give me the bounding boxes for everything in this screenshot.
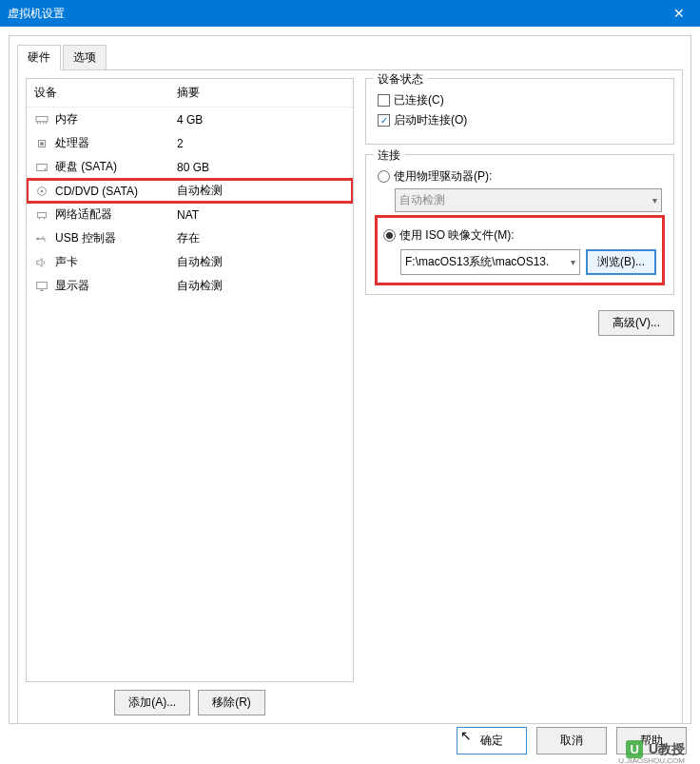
use-iso-label: 使用 ISO 映像文件(M): <box>399 227 515 244</box>
device-summary: 80 GB <box>177 161 345 174</box>
radio-icon <box>383 229 396 242</box>
radio-icon <box>378 170 390 183</box>
device-row[interactable]: 内存4 GB <box>27 108 353 131</box>
window-title: 虚拟机设置 <box>8 6 666 22</box>
device-summary: 自动检测 <box>177 183 345 199</box>
watermark-url: U.JIAOSHOU.COM <box>618 756 685 764</box>
cancel-button[interactable]: 取消 <box>536 727 607 754</box>
svg-rect-11 <box>38 212 47 217</box>
device-name: USB 控制器 <box>55 230 177 246</box>
cpu-icon <box>34 137 49 150</box>
device-buttons: 添加(A)... 移除(R) <box>26 690 354 715</box>
advanced-row: 高级(V)... <box>365 310 674 336</box>
add-button[interactable]: 添加(A)... <box>114 690 190 715</box>
header-device: 设备 <box>34 85 177 101</box>
device-row[interactable]: USB 控制器存在 <box>27 226 353 250</box>
connect-on-power-label: 启动时连接(O) <box>394 112 467 128</box>
connect-on-power-row[interactable]: ✓ 启动时连接(O) <box>378 112 662 128</box>
advanced-button[interactable]: 高级(V)... <box>598 310 674 336</box>
device-row[interactable]: 显示器自动检测 <box>27 274 353 298</box>
network-icon <box>34 208 49 222</box>
left-column: 设备 摘要 内存4 GB处理器2硬盘 (SATA)80 GBCD/DVD (SA… <box>26 78 354 715</box>
device-summary: 自动检测 <box>177 278 345 294</box>
device-list: 设备 摘要 内存4 GB处理器2硬盘 (SATA)80 GBCD/DVD (SA… <box>26 78 354 682</box>
device-status-group: 设备状态 已连接(C) ✓ 启动时连接(O) <box>365 78 674 145</box>
help-button[interactable]: 帮助 <box>616 727 687 754</box>
device-summary: 存在 <box>177 230 345 246</box>
svg-rect-18 <box>37 282 48 288</box>
svg-point-8 <box>45 167 47 169</box>
hdd-icon <box>34 161 49 174</box>
usb-icon <box>34 232 49 245</box>
device-name: 内存 <box>55 111 177 127</box>
device-summary: 自动检测 <box>177 254 345 270</box>
chevron-down-icon: ▾ <box>652 195 657 206</box>
connection-group-title: 连接 <box>374 147 404 164</box>
device-name: 声卡 <box>55 254 177 270</box>
device-row[interactable]: 处理器2 <box>27 131 353 155</box>
browse-button[interactable]: 浏览(B)... <box>586 249 656 275</box>
iso-path-combo[interactable]: F:\macOS13系统\macOS13. ▾ <box>400 249 580 275</box>
device-name: 硬盘 (SATA) <box>55 159 177 175</box>
device-list-header: 设备 摘要 <box>27 79 353 108</box>
device-name: 处理器 <box>55 135 177 151</box>
device-summary: 2 <box>177 137 345 150</box>
chevron-down-icon: ▾ <box>571 257 575 267</box>
device-name: 网络适配器 <box>55 206 177 223</box>
iso-radio[interactable]: 使用 ISO 映像文件(M): <box>383 227 656 244</box>
device-row[interactable]: 硬盘 (SATA)80 GB <box>27 155 353 179</box>
dialog-body: 硬件 选项 设备 摘要 内存4 GB处理器2硬盘 (SATA)80 GBCD/D… <box>9 35 691 724</box>
device-row[interactable]: CD/DVD (SATA)自动检测 <box>27 179 353 203</box>
close-icon[interactable]: ✕ <box>666 6 692 21</box>
svg-point-10 <box>41 189 44 192</box>
tab-options[interactable]: 选项 <box>63 45 107 70</box>
physical-drive-combo: 自动检测 ▾ <box>395 188 662 212</box>
right-column: 设备状态 已连接(C) ✓ 启动时连接(O) 连接 使用物理驱动器(P): <box>365 78 674 715</box>
device-summary: NAT <box>177 208 345 222</box>
device-row[interactable]: 网络适配器NAT <box>27 203 353 226</box>
auto-detect-value: 自动检测 <box>399 192 445 208</box>
iso-path-value: F:\macOS13系统\macOS13. <box>405 254 549 270</box>
checkbox-icon: ✓ <box>378 114 390 127</box>
iso-highlight-box: 使用 ISO 映像文件(M): F:\macOS13系统\macOS13. ▾ … <box>378 218 662 283</box>
device-name: CD/DVD (SATA) <box>55 185 177 198</box>
connection-group: 连接 使用物理驱动器(P): 自动检测 ▾ 使用 ISO 映像文件(M): <box>365 154 674 295</box>
status-group-title: 设备状态 <box>374 71 427 88</box>
titlebar: 虚拟机设置 ✕ <box>0 0 700 27</box>
device-name: 显示器 <box>55 278 177 294</box>
memory-icon <box>34 113 49 127</box>
connected-label: 已连接(C) <box>394 92 444 108</box>
svg-rect-6 <box>40 142 44 146</box>
device-row[interactable]: 声卡自动检测 <box>27 250 353 274</box>
svg-rect-0 <box>36 116 48 121</box>
connected-checkbox-row[interactable]: 已连接(C) <box>378 92 662 108</box>
remove-button[interactable]: 移除(R) <box>198 690 265 715</box>
checkbox-icon <box>378 94 390 107</box>
tab-hardware[interactable]: 硬件 <box>17 45 61 70</box>
display-icon <box>34 280 49 293</box>
header-summary: 摘要 <box>177 85 345 101</box>
bottom-buttons: 确定 取消 帮助 <box>457 727 687 754</box>
physical-drive-label: 使用物理驱动器(P): <box>394 168 492 185</box>
sound-icon <box>34 256 49 269</box>
tabs: 硬件 选项 <box>17 45 683 70</box>
ok-button[interactable]: 确定 <box>457 727 527 754</box>
device-summary: 4 GB <box>177 113 345 127</box>
physical-drive-radio[interactable]: 使用物理驱动器(P): <box>378 168 662 185</box>
disc-icon <box>34 185 49 198</box>
panel: 设备 摘要 内存4 GB处理器2硬盘 (SATA)80 GBCD/DVD (SA… <box>17 69 683 724</box>
